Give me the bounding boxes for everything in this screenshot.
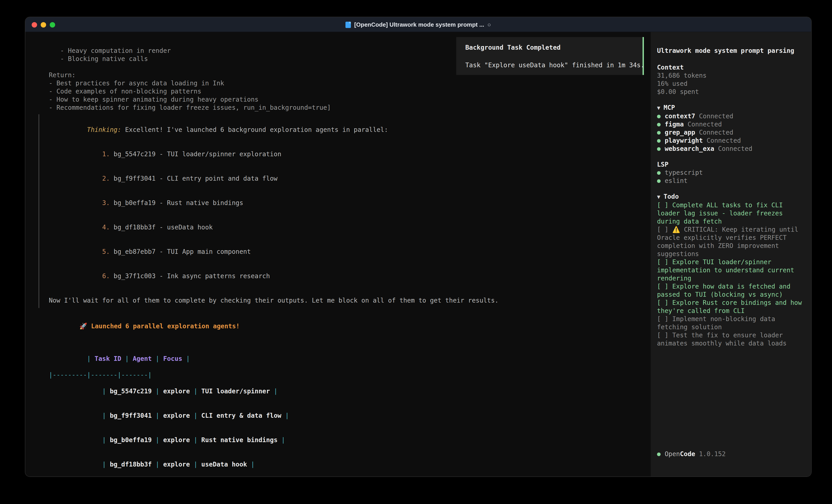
context-stat: $0.00 spent bbox=[657, 88, 805, 96]
toast-notification[interactable]: Background Task Completed Task "Explore … bbox=[456, 37, 644, 75]
numbered-item: 3.bg_b0effa19 - Rust native bindings bbox=[49, 191, 651, 215]
status-dot-icon bbox=[657, 147, 660, 151]
table-header-row: |Task ID|Agent|Focus| bbox=[49, 346, 651, 371]
blank-line bbox=[49, 288, 651, 296]
mcp-item: context7Connected bbox=[657, 112, 805, 120]
status-dot-icon bbox=[657, 179, 660, 183]
status-dot-icon bbox=[657, 452, 660, 456]
toast-body: Task "Explore useData hook" finished in … bbox=[465, 61, 633, 69]
text-line: - Code examples of non-blocking patterns bbox=[49, 87, 651, 95]
text-line: - Recommendations for fixing loader free… bbox=[49, 104, 651, 112]
numbered-item: 4.bg_df18bb3f - useData hook bbox=[49, 215, 651, 240]
table-body: |bg_5547c219|explore|TUI loader/spinner|… bbox=[49, 379, 651, 477]
todo-item: [ ] ⚠️ CRITICAL: Keep iterating until Or… bbox=[657, 225, 805, 258]
screen: [OpenCode] Ultrawork mode system prompt … bbox=[0, 0, 832, 504]
status-dot-icon bbox=[657, 115, 660, 118]
todo-item: [ ] Explore Rust core bindings and how t… bbox=[657, 299, 805, 315]
lsp-list: typescript eslint bbox=[657, 168, 805, 185]
status-dot-icon bbox=[657, 123, 660, 127]
lsp-heading: LSP bbox=[657, 160, 805, 168]
thinking-label: Thinking: bbox=[87, 126, 122, 133]
window-title: [OpenCode] Ultrawork mode system prompt … bbox=[354, 21, 484, 28]
window-title-group: [OpenCode] Ultrawork mode system prompt … bbox=[25, 17, 811, 32]
table-row: |bg_5547c219|explore|TUI loader/spinner| bbox=[49, 379, 651, 403]
thinking-lead-line: Thinking: Excellent! I've launched 6 bac… bbox=[49, 117, 651, 142]
mcp-item: playwrightConnected bbox=[657, 136, 805, 144]
todo-section: ▼Todo [ ] Complete ALL tasks to fix CLI … bbox=[657, 192, 805, 347]
numbered-item: 1.bg_5547c219 - TUI loader/spinner explo… bbox=[49, 142, 651, 166]
mcp-item: figmaConnected bbox=[657, 120, 805, 128]
lsp-item: typescript bbox=[657, 168, 805, 176]
context-heading: Context bbox=[657, 63, 805, 72]
todo-item: [ ] Explore how data is fetched and pass… bbox=[657, 282, 805, 299]
numbered-item: 6.bg_37f1c003 - Ink async patterns resea… bbox=[49, 264, 651, 288]
thinking-block: Thinking: Excellent! I've launched 6 bac… bbox=[38, 114, 651, 308]
todo-heading[interactable]: ▼Todo bbox=[657, 192, 805, 201]
toast-title: Background Task Completed bbox=[465, 44, 633, 52]
chevron-down-icon: ▼ bbox=[657, 194, 660, 200]
lsp-section: LSP typescript eslint bbox=[657, 160, 805, 185]
todo-item: [ ] Complete ALL tasks to fix CLI loader… bbox=[657, 201, 805, 225]
todo-item: [ ] Test the fix to ensure loader animat… bbox=[657, 331, 805, 347]
status-dot-icon bbox=[657, 139, 660, 143]
app-version: OpenCode1.0.152 bbox=[657, 450, 726, 458]
mcp-section: ▼MCP context7Connected figmaConnected gr… bbox=[657, 104, 805, 152]
task-table: |Task ID|Agent|Focus| |---------|-------… bbox=[49, 346, 651, 477]
announcement-line: 🚀Launched 6 parallel exploration agents! bbox=[49, 314, 651, 338]
wait-text-line: Now I'll wait for all of them to complet… bbox=[49, 296, 651, 304]
document-icon bbox=[346, 22, 351, 28]
titlebar: [OpenCode] Ultrawork mode system prompt … bbox=[25, 17, 811, 32]
table-row: |bg_f9ff3041|explore|CLI entry & data fl… bbox=[49, 403, 651, 428]
sidebar: Ultrawork mode system prompt parsing Con… bbox=[651, 32, 811, 476]
todo-item: [ ] Explore TUI loader/spinner implement… bbox=[657, 258, 805, 282]
terminal-pane: - Heavy computation in render - Blocking… bbox=[25, 32, 651, 476]
table-row: |bg_eb87ebb7|explore|TUI App component| bbox=[49, 476, 651, 477]
status-dot-icon bbox=[657, 131, 660, 135]
rocket-icon: 🚀 bbox=[79, 323, 87, 330]
todo-list: [ ] Complete ALL tasks to fix CLI loader… bbox=[657, 201, 805, 347]
app-window: [OpenCode] Ultrawork mode system prompt … bbox=[25, 17, 812, 477]
mcp-list: context7Connected figmaConnected grep_ap… bbox=[657, 112, 805, 152]
context-lines: 31,686 tokens16% used$0.00 spent bbox=[657, 72, 805, 96]
context-stat: 31,686 tokens bbox=[657, 72, 805, 80]
context-section: Context 31,686 tokens16% used$0.00 spent bbox=[657, 63, 805, 96]
text-line: - Best practices for async data loading … bbox=[49, 79, 651, 87]
session-title: Ultrawork mode system prompt parsing bbox=[657, 47, 805, 55]
thinking-numbered-list: 1.bg_5547c219 - TUI loader/spinner explo… bbox=[49, 142, 651, 288]
text-line: - How to keep spinner animating during h… bbox=[49, 95, 651, 104]
table-row: |bg_b0effa19|explore|Rust native binding… bbox=[49, 428, 651, 452]
todo-item: [ ] Implement non-blocking data fetching… bbox=[657, 315, 805, 331]
context-stat: 16% used bbox=[657, 80, 805, 88]
mcp-heading[interactable]: ▼MCP bbox=[657, 104, 805, 112]
table-separator-row: |---------|-------|-------| bbox=[49, 371, 651, 379]
table-row: |bg_df18bb3f|explore|useData hook| bbox=[49, 452, 651, 476]
lsp-item: eslint bbox=[657, 176, 805, 185]
numbered-item: 2.bg_f9ff3041 - CLI entry point and data… bbox=[49, 166, 651, 191]
proxy-circle-icon: ○ bbox=[488, 21, 491, 28]
chevron-down-icon: ▼ bbox=[657, 105, 660, 111]
mcp-item: grep_appConnected bbox=[657, 128, 805, 136]
numbered-item: 5.bg_eb87ebb7 - TUI App main component bbox=[49, 240, 651, 264]
mcp-item: websearch_exaConnected bbox=[657, 144, 805, 152]
status-dot-icon bbox=[657, 171, 660, 175]
